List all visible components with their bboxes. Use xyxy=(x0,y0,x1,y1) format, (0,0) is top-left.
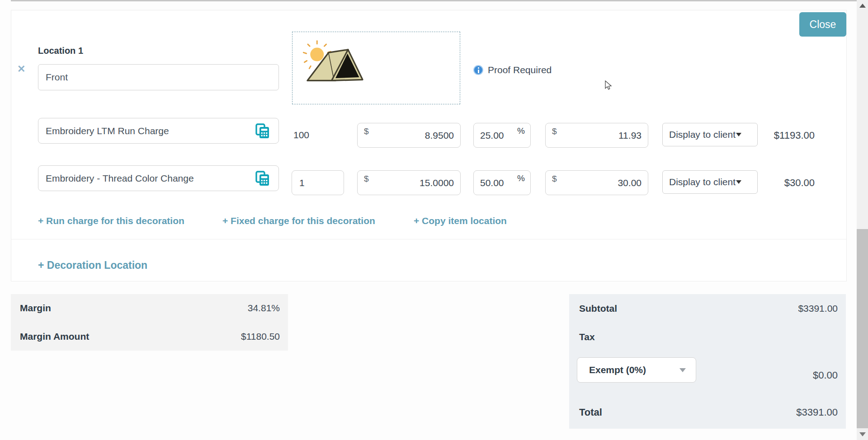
tax-select[interactable]: Exempt (0%) xyxy=(577,357,696,383)
charge-price-input[interactable]: $ 8.9500 xyxy=(357,123,461,148)
calculator-icon[interactable] xyxy=(255,170,271,187)
scrollbar-thumb[interactable] xyxy=(857,229,868,428)
mouse-cursor-icon xyxy=(605,80,614,90)
tent-artwork-image xyxy=(302,39,369,89)
add-fixed-charge-link[interactable]: + Fixed charge for this decoration xyxy=(222,215,375,226)
charge-price-input[interactable]: $ 15.0000 xyxy=(357,170,461,195)
percent-sign: % xyxy=(517,173,525,183)
margin-amount-value: $1180.50 xyxy=(241,331,280,342)
margin-panel: Margin 34.81% Margin Amount $1180.50 xyxy=(11,294,288,351)
tax-label: Tax xyxy=(579,332,595,342)
proof-required-field[interactable]: Proof Required xyxy=(473,64,552,76)
scroll-up-arrow-icon[interactable] xyxy=(859,4,866,8)
charge-net-input[interactable]: $ 11.93 xyxy=(545,123,648,148)
location-name-input[interactable] xyxy=(38,64,279,90)
calculator-icon[interactable] xyxy=(255,123,271,139)
charge-name-input[interactable]: Embroidery - Thread Color Change xyxy=(38,165,279,191)
subtotal-value: $3391.00 xyxy=(798,303,838,314)
total-label: Total xyxy=(579,407,602,418)
chevron-down-icon xyxy=(736,133,741,136)
close-button[interactable]: Close xyxy=(799,12,846,37)
subtotal-label: Subtotal xyxy=(579,303,617,314)
charge-net-input[interactable]: $ 30.00 xyxy=(545,170,648,195)
margin-value: 34.81% xyxy=(248,303,280,314)
add-run-charge-link[interactable]: + Run charge for this decoration xyxy=(38,215,184,226)
remove-location-icon[interactable]: ✕ xyxy=(17,64,25,74)
dollar-sign: $ xyxy=(364,174,369,184)
add-decoration-location-link[interactable]: + Decoration Location xyxy=(38,259,147,271)
proof-required-label: Proof Required xyxy=(488,65,552,75)
copy-item-location-link[interactable]: + Copy item location xyxy=(414,215,507,226)
charge-margin-input[interactable]: 25.00 % xyxy=(473,123,531,148)
scroll-down-arrow-icon[interactable] xyxy=(859,432,866,436)
top-divider xyxy=(11,0,857,1)
location-title: Location 1 xyxy=(38,46,83,56)
total-value: $3391.00 xyxy=(796,407,838,418)
chevron-down-icon xyxy=(679,368,686,372)
charge-name-text: Embroidery - Thread Color Change xyxy=(46,166,194,191)
dollar-sign: $ xyxy=(552,174,557,184)
dollar-sign: $ xyxy=(364,126,369,136)
totals-panel: Subtotal $3391.00 Tax Exempt (0%) $0.00 … xyxy=(569,294,846,429)
info-icon xyxy=(473,65,483,75)
charge-margin-input[interactable]: 50.00 % xyxy=(473,170,531,195)
decoration-editor-screen: Close Location 1 ✕ Proof Required xyxy=(0,0,868,440)
margin-amount-label: Margin Amount xyxy=(20,331,89,342)
charge-row-total: $30.00 xyxy=(741,177,815,189)
vertical-scrollbar[interactable] xyxy=(857,0,868,440)
charge-quantity-input[interactable]: 1 xyxy=(292,170,344,195)
charge-quantity-text: 100 xyxy=(293,130,309,140)
margin-label: Margin xyxy=(20,303,51,314)
section-divider xyxy=(11,239,846,239)
tax-value: $0.00 xyxy=(813,370,838,381)
charge-name-input[interactable]: Embroidery LTM Run Charge xyxy=(38,118,279,144)
percent-sign: % xyxy=(517,126,525,136)
dollar-sign: $ xyxy=(552,126,557,136)
charge-name-text: Embroidery LTM Run Charge xyxy=(46,118,169,143)
charge-row-total: $1193.00 xyxy=(741,130,815,141)
artwork-dropzone[interactable] xyxy=(292,32,460,104)
chevron-down-icon xyxy=(736,180,741,184)
